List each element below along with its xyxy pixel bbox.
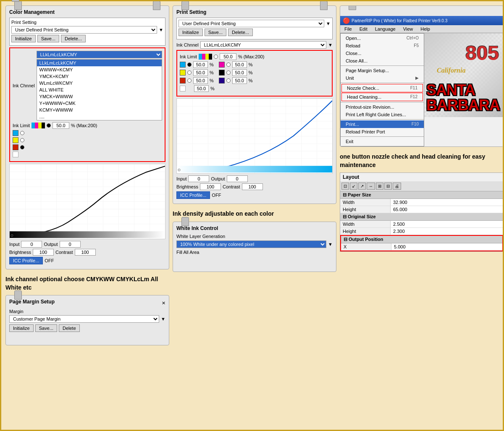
menu-unit-label: Unit: [346, 76, 354, 81]
tool-1[interactable]: ⊡: [341, 183, 349, 190]
menu-file[interactable]: File: [343, 26, 354, 32]
margin-dropdown[interactable]: Customer Page Margin: [9, 315, 159, 323]
delete-button-2[interactable]: Delete...: [228, 29, 253, 36]
orig-width-value[interactable]: 2.500: [391, 221, 503, 227]
menu-print[interactable]: Print... F10: [341, 120, 424, 128]
margin-delete-button[interactable]: Delete: [59, 324, 80, 332]
menu-open[interactable]: Open... Ctrl+O: [341, 34, 424, 42]
white-layer-dropdown[interactable]: 100% White under any colored pixel: [176, 240, 326, 248]
menu-nozzle-check[interactable]: Nozzle Check... F11: [341, 84, 423, 92]
print-setting-select[interactable]: User Defined Print Setting: [11, 26, 157, 34]
tool-6[interactable]: ⊟: [384, 183, 392, 190]
ink-channel-select-2[interactable]: LLkLmLcLkKCMY: [200, 41, 327, 49]
menu-print-guide[interactable]: Print Left Right Guide Lines...: [341, 111, 424, 118]
margin-initialize-button[interactable]: Initialize: [9, 324, 34, 332]
icc-profile-button-1[interactable]: ICC Profile...: [9, 257, 43, 264]
original-size-header[interactable]: Original Size: [340, 213, 503, 221]
yellow-radio-2[interactable]: [187, 71, 192, 75]
brightness-field-1[interactable]: [33, 249, 54, 256]
dropdown-item-5[interactable]: YMCK+WWWW: [37, 93, 162, 100]
margin-save-button[interactable]: Save...: [35, 324, 57, 332]
output-field-1[interactable]: [60, 241, 81, 248]
clip-right-3: [320, 1, 328, 10]
menu-reload[interactable]: Reload F5: [341, 42, 424, 50]
menu-help[interactable]: Help: [419, 26, 432, 32]
tool-2[interactable]: ↙: [350, 183, 357, 190]
paper-size-header[interactable]: Paper Size: [340, 191, 503, 199]
fill-all-label: Fill All Area: [176, 250, 199, 255]
tool-3[interactable]: ↗: [358, 183, 366, 190]
dropdown-item-4[interactable]: ALL WHITE: [37, 86, 162, 93]
ink-limit-radio[interactable]: [47, 123, 51, 128]
menu-close-all[interactable]: Close All...: [341, 57, 424, 65]
darkblue-radio-2[interactable]: [226, 78, 231, 83]
output-field-2[interactable]: [227, 175, 248, 182]
input-field-2[interactable]: [188, 175, 209, 182]
tool-5[interactable]: ⊞: [376, 183, 383, 190]
white-value-2[interactable]: [194, 85, 209, 92]
ink-limit-input[interactable]: [52, 122, 69, 129]
menu-head-cleaning[interactable]: Head Cleaning... F12: [341, 93, 423, 101]
delete-button[interactable]: Delete...: [61, 35, 86, 42]
menu-language[interactable]: Language: [373, 26, 397, 32]
dropdown-item-6[interactable]: Y+WWWW+CMK: [37, 100, 162, 107]
menu-view[interactable]: View: [402, 26, 415, 32]
ink-channel-select[interactable]: LLkLmLcLkKCMY: [37, 51, 162, 58]
white-ink-title: White Ink Control: [176, 225, 333, 231]
menu-close[interactable]: Close...: [341, 50, 424, 57]
menu-unit[interactable]: Unit ▶: [341, 74, 424, 82]
ink-limit-input-2[interactable]: [220, 53, 236, 60]
red-value-2[interactable]: [193, 77, 208, 84]
menu-print-guide-label: Print Left Right Guide Lines...: [346, 112, 406, 117]
initialize-button[interactable]: Initialize: [11, 35, 36, 42]
magenta-value-2[interactable]: [232, 61, 247, 68]
dropdown-item-7[interactable]: KCMY+WWWW: [37, 107, 162, 113]
layout-panel: Layout ⊡ ↙ ↗ ↔ ⊞ ⊟ 🖨 Paper Size Width 32…: [340, 172, 504, 252]
contrast-field-1[interactable]: [75, 249, 96, 256]
menu-reload-port[interactable]: Reload Printer Port: [341, 128, 424, 136]
darkblue-value-2[interactable]: [232, 77, 247, 84]
paper-height-value[interactable]: 65.000: [391, 206, 503, 213]
red-radio-2[interactable]: [187, 78, 192, 83]
menu-exit[interactable]: Exit: [341, 138, 424, 145]
red-radio[interactable]: [20, 145, 24, 149]
menu-page-margin[interactable]: Page Margin Setup...: [341, 67, 424, 74]
tool-7[interactable]: 🖨: [393, 183, 401, 190]
initialize-button-2[interactable]: Initialize: [178, 29, 203, 36]
dropdown-item-2[interactable]: YMCK+KCMY: [37, 73, 162, 80]
save-button-2[interactable]: Save...: [205, 29, 226, 36]
menu-close-label: Close...: [346, 51, 361, 56]
black-value-2[interactable]: [232, 69, 247, 76]
orig-height-value[interactable]: 2.300: [391, 228, 503, 235]
orig-width-row: Width 2.500: [340, 221, 503, 228]
brightness-field-2[interactable]: [200, 183, 221, 190]
print-setting-select-2[interactable]: User Defined Print Setting: [178, 20, 324, 27]
cyan-value-2[interactable]: [193, 61, 208, 68]
input-field-1[interactable]: [21, 241, 42, 248]
cyan-radio[interactable]: [20, 131, 24, 135]
dropdown-item-8[interactable]: ....: [37, 113, 162, 120]
layout-toolbar: ⊡ ↙ ↗ ↔ ⊞ ⊟ 🖨: [340, 181, 503, 191]
ink-settings-box: Ink Chnnel LLkLmLcLkKCMY LLkLmLcLkKCMY W…: [9, 47, 165, 162]
output-label-1: Output: [44, 242, 58, 247]
yellow-radio[interactable]: [20, 138, 24, 142]
yellow-value-2[interactable]: [193, 69, 208, 76]
menu-printout-revision[interactable]: Printout-size Revision...: [341, 103, 424, 111]
cyan-radio-2[interactable]: [187, 63, 192, 67]
save-button[interactable]: Save...: [37, 35, 59, 42]
paper-width-label: Width: [340, 199, 391, 206]
ink-limit-radio-2[interactable]: [214, 55, 218, 59]
magenta-radio-2[interactable]: [226, 63, 231, 67]
dropdown-item-1[interactable]: WWWW+KCMY: [37, 66, 162, 73]
icc-profile-button-2[interactable]: ICC Profile...: [176, 191, 210, 199]
menu-edit[interactable]: Edit: [358, 26, 369, 32]
close-icon[interactable]: ✕: [162, 300, 165, 306]
black-radio-2[interactable]: [226, 71, 231, 75]
output-position-header[interactable]: Output Position: [341, 236, 502, 243]
contrast-field-2[interactable]: [242, 183, 263, 190]
output-x-value[interactable]: 5.000: [391, 243, 502, 250]
paper-width-value[interactable]: 32.900: [391, 199, 503, 206]
dropdown-item-3[interactable]: WLmLcWKCMY: [37, 80, 162, 86]
tool-4[interactable]: ↔: [367, 183, 375, 190]
dropdown-item-0[interactable]: LLkLmLcLkKCMY: [37, 60, 162, 66]
